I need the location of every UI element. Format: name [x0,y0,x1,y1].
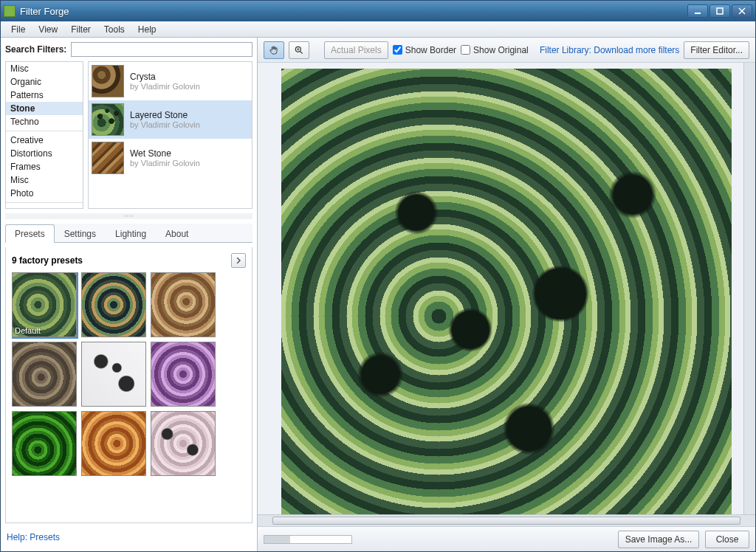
preset-item[interactable] [12,342,77,407]
menu-filter[interactable]: Filter [65,23,97,36]
zoom-tool-button[interactable] [289,41,309,59]
render-progress [264,535,352,544]
preview-canvas[interactable] [281,69,732,514]
menu-help[interactable]: Help [132,23,162,36]
filter-item[interactable]: Crystaby Vladimir Golovin [89,62,252,100]
category-item[interactable]: Photo [6,187,83,200]
maximize-button[interactable] [709,4,730,18]
filter-name: Crysta [130,72,200,82]
preset-item[interactable] [151,411,216,476]
tab-lighting[interactable]: Lighting [106,224,156,243]
vertical-scrollbar[interactable] [743,63,755,514]
filter-text: Crystaby Vladimir Golovin [130,72,200,91]
filter-thumbnail [92,142,124,174]
minimize-icon [694,7,701,15]
preset-item[interactable] [151,272,216,337]
filter-thumbnail [92,65,124,97]
preview-toolbar: Actual Pixels Show Border Show Original … [258,38,755,63]
left-pane: Search Filters: MiscOrganicPatternsStone… [1,38,258,551]
preset-item[interactable]: Default [12,272,77,337]
menu-view[interactable]: View [32,23,63,36]
preset-next-button[interactable] [231,253,246,268]
menu-tools[interactable]: Tools [98,23,131,36]
preview-area [258,63,755,526]
chevron-right-icon [236,258,241,263]
tab-presets[interactable]: Presets [5,224,55,243]
filter-item[interactable]: Wet Stoneby Vladimir Golovin [89,139,252,177]
minimize-button[interactable] [687,4,708,18]
filter-name: Wet Stone [130,148,200,159]
filter-item[interactable]: Layered Stoneby Vladimir Golovin [89,100,252,139]
category-item[interactable]: Misc [6,62,83,75]
filter-text: Wet Stoneby Vladimir Golovin [130,148,200,168]
preset-item[interactable] [81,272,146,337]
tab-about[interactable]: About [156,224,198,243]
filter-author: by Vladimir Golovin [130,82,200,91]
preset-grid: Default [12,272,246,476]
search-label: Search Filters: [5,44,66,55]
right-pane: Actual Pixels Show Border Show Original … [258,38,755,551]
category-item[interactable]: Patterns [6,89,83,102]
show-border-label: Show Border [405,45,456,55]
show-original-checkbox[interactable]: Show Original [461,45,529,55]
filter-author: by Vladimir Golovin [130,120,200,129]
filter-thumbnail [92,103,124,136]
filter-list[interactable]: Crystaby Vladimir GolovinLayered Stoneby… [88,61,252,209]
show-border-checkbox[interactable]: Show Border [393,45,456,55]
menubar: File View Filter Tools Help [1,21,755,38]
filter-editor-button[interactable]: Filter Editor... [684,41,749,59]
category-item[interactable]: Creative [6,134,83,147]
filter-text: Layered Stoneby Vladimir Golovin [130,110,200,129]
category-separator [6,202,83,203]
save-image-as-button[interactable]: Save Image As... [618,531,699,548]
hand-tool-button[interactable] [264,41,284,59]
filter-name: Layered Stone [130,110,200,120]
preview-viewport[interactable] [258,63,755,514]
footer-bar: Save Image As... Close [258,526,755,551]
preset-item[interactable] [81,411,146,476]
category-item[interactable]: Stone [6,102,83,115]
preset-item[interactable] [12,411,77,476]
category-separator [6,131,83,131]
svg-rect-1 [717,8,723,14]
help-presets-link[interactable]: Help: Presets [5,528,252,547]
magnifier-icon [294,45,304,55]
show-border-input[interactable] [393,45,402,55]
tabstrip: PresetsSettingsLightingAbout [5,224,252,243]
category-item[interactable]: Misc [6,173,83,187]
presets-panel: 9 factory presets Default [5,247,252,523]
close-icon [738,7,746,15]
filter-author: by Vladimir Golovin [130,159,200,168]
search-input[interactable] [71,42,252,57]
hand-icon [269,45,279,55]
preset-item[interactable] [151,342,216,407]
close-button[interactable]: Close [705,531,749,548]
horizontal-scrollbar[interactable] [258,514,755,526]
tab-settings[interactable]: Settings [55,224,106,243]
filter-library-link[interactable]: Filter Library: Download more filters [540,45,679,55]
maximize-icon [716,7,724,15]
preset-label: Default [15,326,41,335]
category-item[interactable]: Techno [6,115,83,128]
category-item[interactable]: Search [6,205,83,209]
horizontal-splitter[interactable]: ┄┄ [5,213,252,219]
menu-file[interactable]: File [5,23,31,36]
app-window: Filter Forge File View Filter Tools Help… [0,0,756,552]
svg-rect-0 [695,13,701,14]
preset-item[interactable] [81,342,146,407]
category-item[interactable]: Frames [6,160,83,173]
show-original-label: Show Original [473,45,529,55]
search-row: Search Filters: [5,42,252,57]
close-window-button[interactable] [732,4,752,18]
preset-count-label: 9 factory presets [12,255,83,266]
window-title: Filter Forge [20,6,686,17]
category-list[interactable]: MiscOrganicPatternsStoneTechnoCreativeDi… [5,61,83,209]
app-icon [4,5,16,17]
titlebar[interactable]: Filter Forge [1,1,755,21]
category-item[interactable]: Distortions [6,147,83,160]
category-item[interactable]: Organic [6,75,83,89]
show-original-input[interactable] [461,45,470,55]
scrollbar-thumb[interactable] [272,517,740,525]
actual-pixels-button[interactable]: Actual Pixels [324,41,388,59]
filter-browser: MiscOrganicPatternsStoneTechnoCreativeDi… [5,61,252,209]
